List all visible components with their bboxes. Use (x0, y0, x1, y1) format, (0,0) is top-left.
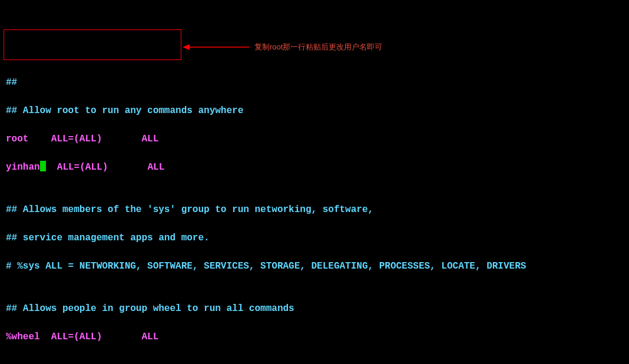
arrow-icon (181, 41, 252, 53)
user-root: root (6, 134, 28, 144)
highlight-box (4, 29, 181, 60)
comment-line: ## Allow root to run any commands anywhe… (6, 104, 623, 118)
root-spec: ALL=(ALL) (28, 134, 141, 144)
yinhan-all: ALL (147, 162, 164, 173)
comment-line: ## Allows people in group wheel to run a… (6, 302, 623, 316)
sudoers-root-line[interactable]: root ALL=(ALL) ALL (6, 132, 623, 146)
comment-line: # %sys ALL = NETWORKING, SOFTWARE, SERVI… (6, 259, 623, 273)
root-all: ALL (141, 134, 158, 144)
comment-line: ## service management apps and more. (6, 231, 623, 245)
annotation-text: 复制root那一行粘贴后更改用户名即可 (254, 41, 382, 53)
cursor-icon (40, 161, 46, 171)
wheel-spec: ALL=(ALL) (40, 332, 142, 342)
yinhan-spec: ALL=(ALL) (46, 162, 148, 173)
svg-marker-1 (183, 44, 190, 50)
group-wheel: %wheel (6, 332, 40, 342)
wheel-all: ALL (141, 332, 158, 342)
comment-line: ## (6, 75, 623, 90)
comment-line: ## Allows members of the 'sys' group to … (6, 203, 623, 217)
user-yinhan: yinhan (6, 162, 40, 173)
terminal-content: ## ## Allow root to run any commands any… (6, 61, 623, 364)
sudoers-yinhan-line[interactable]: yinhan ALL=(ALL) ALL (6, 160, 623, 174)
sudoers-wheel-line[interactable]: %wheel ALL=(ALL) ALL (6, 330, 623, 344)
